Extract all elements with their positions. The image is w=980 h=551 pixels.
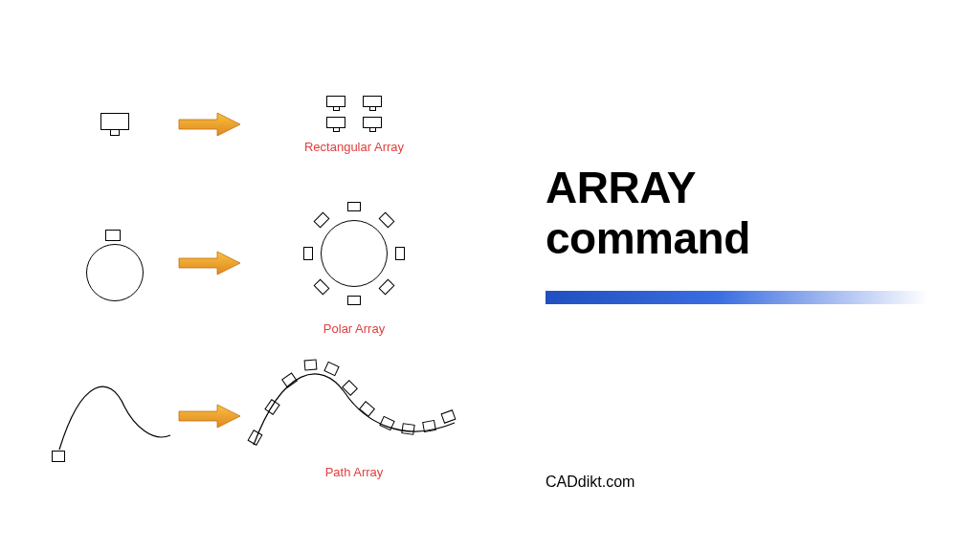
box-icon [379, 278, 395, 295]
arrow-icon [172, 249, 249, 277]
box-icon [314, 211, 330, 228]
box-icon [379, 211, 395, 228]
box-icon [347, 296, 361, 305]
polar-array-row: Polar Array [57, 191, 459, 335]
box-icon [347, 202, 361, 211]
page-title: ARRAY command [546, 163, 947, 264]
path-source [57, 368, 172, 464]
box-icon [52, 451, 65, 462]
rectangular-array-row: Rectangular Array [57, 67, 459, 182]
title-line-2: command [546, 213, 750, 263]
polar-label: Polar Array [323, 321, 385, 336]
rect-source [57, 113, 172, 136]
box-icon [303, 247, 313, 260]
circle-icon [321, 220, 388, 287]
box-icon [314, 278, 330, 295]
monitor-icon [326, 96, 345, 111]
box-icon [304, 359, 318, 370]
arrow-icon [172, 402, 249, 430]
rect-result: Rectangular Array [249, 96, 459, 154]
monitor-icon [363, 96, 382, 111]
box-icon [395, 247, 405, 260]
accent-bar [546, 291, 928, 304]
monitor-icon [100, 113, 129, 136]
monitor-icon [326, 117, 345, 132]
title-line-1: ARRAY [546, 163, 696, 212]
arrow-icon [172, 110, 249, 139]
path-result: Path Array [249, 354, 459, 479]
box-icon [401, 423, 414, 435]
box-icon [422, 419, 436, 431]
diagram-area: Rectangular Array [57, 67, 459, 488]
box-icon [105, 230, 121, 241]
credit-text: CADdikt.com [546, 474, 635, 491]
path-label: Path Array [325, 465, 384, 479]
title-block: ARRAY command [546, 163, 947, 304]
monitor-icon [363, 117, 382, 132]
rect-label: Rectangular Array [304, 140, 404, 154]
curve-icon [249, 354, 459, 459]
path-array-row: Path Array [57, 344, 459, 488]
curve-icon [57, 368, 172, 464]
polar-result: Polar Array [249, 191, 459, 336]
circle-icon [86, 244, 144, 301]
polar-source [57, 225, 172, 301]
